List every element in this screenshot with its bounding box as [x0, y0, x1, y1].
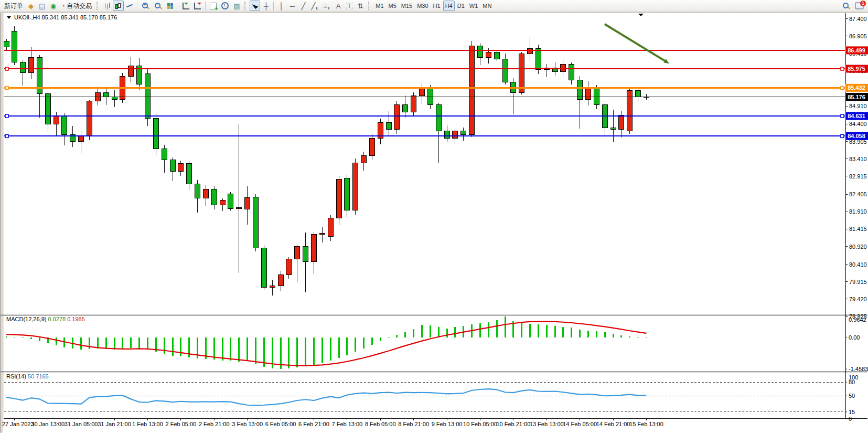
time-axis-label: 14 Feb 21:00 [596, 421, 630, 427]
hline-handle[interactable] [5, 67, 8, 70]
candle-body [336, 179, 341, 218]
candle-body [12, 31, 17, 62]
toolbar-drag-handle[interactable] [244, 2, 247, 10]
toolbar-separator [273, 2, 274, 10]
candle-body [286, 259, 292, 274]
add-indicator-icon [210, 3, 217, 9]
text-label-button[interactable]: T [344, 1, 355, 11]
current-price-label: 85.176 [848, 94, 865, 100]
auto-scroll-button[interactable] [180, 1, 191, 11]
candle-body [303, 247, 308, 262]
hline-handle[interactable] [841, 134, 844, 138]
timeframe-button-d1[interactable]: D1 [455, 1, 467, 11]
chat-icon[interactable]: 1 [853, 1, 866, 11]
time-axis-label: 27 Jan 2023 [2, 421, 34, 427]
bar-chart-button[interactable] [102, 1, 112, 11]
hline-handle[interactable] [841, 114, 844, 118]
candle-body [187, 163, 192, 184]
candle [228, 192, 233, 210]
toolbar-drag-handle[interactable] [97, 2, 99, 10]
toolbar-drag-handle[interactable] [368, 2, 371, 10]
periods-button[interactable] [219, 1, 231, 11]
timeframe-button-h1[interactable]: H1 [431, 1, 443, 11]
candle-body [502, 59, 508, 82]
horizontal-line-button[interactable]: ─ [287, 1, 297, 11]
templates-button[interactable]: ▧ [231, 1, 242, 11]
candle [627, 89, 633, 134]
hline-handle[interactable] [841, 67, 844, 70]
time-axis-label: 6 Feb 05:00 [265, 421, 296, 427]
chart-title: UKOil-,H4 85.341 85.341 85.170 85.176 [14, 14, 117, 20]
vertical-line-button[interactable]: │ [276, 1, 286, 11]
line-chart-button[interactable] [124, 1, 135, 11]
hline-handle[interactable] [5, 134, 8, 138]
zoom-out-button[interactable]: − [152, 1, 164, 11]
timeframe-button-m15[interactable]: M15 [399, 1, 414, 11]
candle-body [610, 128, 616, 129]
candlestick-chart-button[interactable] [113, 1, 124, 11]
zoom-in-icon: + [142, 2, 149, 10]
price-tick-label: 83.410 [849, 156, 867, 162]
time-axis-label: 31 Jan 21:00 [98, 421, 131, 427]
notification-badge: 1 [860, 1, 866, 6]
candle-body [112, 97, 117, 100]
equidistant-channel-button[interactable]: ╱E [309, 1, 320, 11]
tile-windows-button[interactable] [165, 1, 176, 11]
signals-icon[interactable]: ◉ [48, 1, 58, 11]
arrows-button[interactable]: ⇅ [355, 1, 366, 11]
icon-subscript: F [328, 6, 330, 10]
metaeditor-icon[interactable]: ▤ [37, 1, 47, 11]
candle-body [453, 131, 458, 138]
price-tick-label: 80.410 [849, 261, 867, 268]
candle-body [145, 73, 150, 119]
macd-axis-label: 0.9642 [849, 316, 866, 323]
magnifier-sign: + [144, 2, 146, 7]
search-icon[interactable] [840, 1, 852, 11]
time-axis-label: 6 Feb 21:00 [298, 421, 329, 427]
timeframe-button-m1[interactable]: M1 [373, 1, 385, 11]
chart-shift-button[interactable] [192, 1, 203, 11]
crosshair-button[interactable]: ┼ [261, 1, 271, 11]
time-axis-label: 2 Feb 21:00 [199, 421, 230, 427]
candle [394, 101, 400, 133]
timeframe-button-h4[interactable]: H4 [443, 1, 455, 11]
hline-handle[interactable] [5, 86, 8, 89]
text-button[interactable]: A [333, 1, 344, 11]
zoom-in-button[interactable]: + [140, 1, 152, 11]
templates-icon: ▧ [233, 3, 240, 9]
crosshair-icon: ┼ [264, 3, 269, 9]
timeframe-button-mn[interactable]: MN [480, 1, 494, 11]
autotrading-button[interactable]: ◔自动交易 [59, 1, 94, 11]
cursor-button[interactable] [250, 1, 260, 11]
icon-subscript: E [316, 6, 318, 10]
chart-cube-icon-icon: ◆ [28, 3, 34, 9]
time-axis-label: 9 Feb 13:00 [432, 421, 463, 427]
time-axis-label: 8 Feb 21:00 [398, 421, 429, 427]
hline-handle[interactable] [5, 114, 8, 118]
timeframe-button-m30[interactable]: M30 [415, 1, 430, 11]
candle-body [436, 105, 441, 131]
time-axis-label: 8 Feb 05:00 [365, 421, 396, 427]
candle-body [20, 62, 26, 73]
indicators-button[interactable] [208, 1, 219, 11]
chart-cube-icon[interactable]: ◆ [26, 1, 36, 11]
rsi-axis-label: 50 [849, 393, 855, 399]
fibonacci-button[interactable]: ≡F [322, 1, 333, 11]
fibonacci-icon: ≡ [324, 3, 328, 9]
candle-body [345, 178, 350, 210]
candle-body [45, 94, 50, 124]
new-order-button[interactable]: 新订单 [2, 1, 25, 11]
time-axis-label: 3 Feb 13:00 [232, 421, 263, 427]
timeframe-button-w1[interactable]: W1 [467, 1, 480, 11]
candle-body [4, 41, 9, 47]
candle-body [486, 52, 491, 57]
chart-shift-icon [194, 3, 201, 9]
trendline-button[interactable]: ╱ [298, 1, 308, 11]
candle [87, 100, 92, 140]
zoom-out-icon: − [154, 2, 162, 10]
candle [253, 194, 259, 251]
candle-body [411, 96, 416, 112]
timeframe-button-m5[interactable]: M5 [387, 1, 399, 11]
candle [353, 159, 358, 214]
hline-handle[interactable] [841, 86, 844, 89]
